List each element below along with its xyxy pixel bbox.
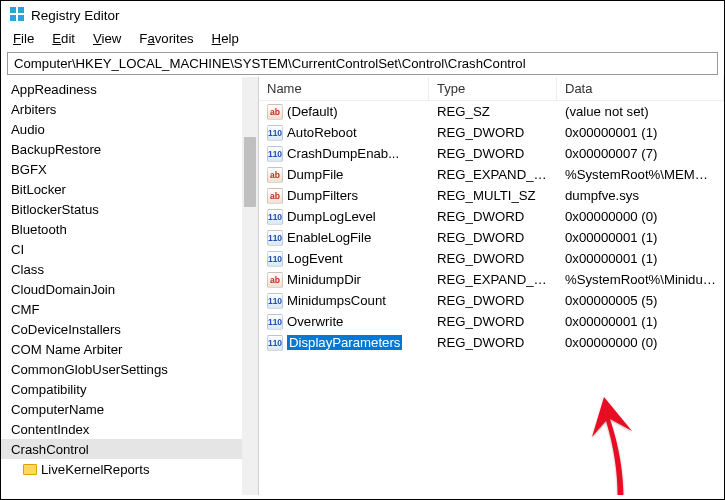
value-data: %SystemRoot%\MEMORY.DMP bbox=[557, 166, 724, 183]
tree-item-label: Arbiters bbox=[11, 102, 56, 117]
list-row[interactable]: 110CrashDumpEnab...REG_DWORD0x00000007 (… bbox=[259, 143, 724, 164]
value-type: REG_DWORD bbox=[429, 313, 557, 330]
value-data: 0x00000000 (0) bbox=[557, 334, 724, 351]
string-value-icon: ab bbox=[267, 272, 283, 288]
binary-value-icon: 110 bbox=[267, 125, 283, 141]
tree-item-class[interactable]: Class bbox=[1, 259, 258, 279]
tree-item-livekernelreports[interactable]: LiveKernelReports bbox=[1, 459, 258, 479]
col-header-name[interactable]: Name bbox=[259, 77, 429, 101]
list-row[interactable]: 110EnableLogFileREG_DWORD0x00000001 (1) bbox=[259, 227, 724, 248]
value-name: (Default) bbox=[287, 104, 338, 119]
menu-edit[interactable]: Edit bbox=[52, 31, 75, 46]
tree-item-contentindex[interactable]: ContentIndex bbox=[1, 419, 258, 439]
value-type: REG_EXPAND_SZ bbox=[429, 271, 557, 288]
value-name: DumpLogLevel bbox=[287, 209, 376, 224]
menu-view[interactable]: View bbox=[93, 31, 121, 46]
tree-panel[interactable]: AppReadinessArbitersAudioBackupRestoreBG… bbox=[1, 77, 259, 495]
titlebar: Registry Editor bbox=[1, 1, 724, 29]
list-row[interactable]: abDumpFiltersREG_MULTI_SZdumpfve.sys bbox=[259, 185, 724, 206]
value-data: 0x00000000 (0) bbox=[557, 208, 724, 225]
svg-rect-0 bbox=[10, 7, 16, 13]
value-data: dumpfve.sys bbox=[557, 187, 724, 204]
tree-item-label: CoDeviceInstallers bbox=[11, 322, 121, 337]
value-name: DisplayParameters bbox=[287, 335, 402, 350]
menu-file[interactable]: File bbox=[13, 31, 34, 46]
binary-value-icon: 110 bbox=[267, 293, 283, 309]
list-row[interactable]: abMinidumpDirREG_EXPAND_SZ%SystemRoot%\M… bbox=[259, 269, 724, 290]
value-data: 0x00000001 (1) bbox=[557, 124, 724, 141]
tree-item-com-name-arbiter[interactable]: COM Name Arbiter bbox=[1, 339, 258, 359]
tree-item-audio[interactable]: Audio bbox=[1, 119, 258, 139]
tree-item-computername[interactable]: ComputerName bbox=[1, 399, 258, 419]
tree-item-bitlockerstatus[interactable]: BitlockerStatus bbox=[1, 199, 258, 219]
tree-item-label: CI bbox=[11, 242, 24, 257]
tree-item-bluetooth[interactable]: Bluetooth bbox=[1, 219, 258, 239]
value-name: DumpFilters bbox=[287, 188, 358, 203]
list-row[interactable]: 110DisplayParametersREG_DWORD0x00000000 … bbox=[259, 332, 724, 353]
list-row[interactable]: 110AutoRebootREG_DWORD0x00000001 (1) bbox=[259, 122, 724, 143]
app-icon bbox=[9, 6, 25, 25]
tree-scrollbar[interactable] bbox=[242, 77, 258, 495]
binary-value-icon: 110 bbox=[267, 314, 283, 330]
tree-item-bgfx[interactable]: BGFX bbox=[1, 159, 258, 179]
col-header-data[interactable]: Data bbox=[557, 77, 724, 101]
value-type: REG_MULTI_SZ bbox=[429, 187, 557, 204]
string-value-icon: ab bbox=[267, 188, 283, 204]
value-type: REG_DWORD bbox=[429, 292, 557, 309]
svg-rect-2 bbox=[10, 15, 16, 21]
tree-item-label: CloudDomainJoin bbox=[11, 282, 115, 297]
value-name: AutoReboot bbox=[287, 125, 357, 140]
string-value-icon: ab bbox=[267, 104, 283, 120]
tree-item-clouddomainjoin[interactable]: CloudDomainJoin bbox=[1, 279, 258, 299]
binary-value-icon: 110 bbox=[267, 146, 283, 162]
tree-item-label: BGFX bbox=[11, 162, 47, 177]
value-name: MinidumpDir bbox=[287, 272, 361, 287]
value-type: REG_DWORD bbox=[429, 229, 557, 246]
binary-value-icon: 110 bbox=[267, 209, 283, 225]
list-row[interactable]: 110MinidumpsCountREG_DWORD0x00000005 (5) bbox=[259, 290, 724, 311]
value-data: 0x00000007 (7) bbox=[557, 145, 724, 162]
menu-favorites[interactable]: Favorites bbox=[139, 31, 193, 46]
tree-item-codeviceinstallers[interactable]: CoDeviceInstallers bbox=[1, 319, 258, 339]
value-name: CrashDumpEnab... bbox=[287, 146, 399, 161]
value-data: 0x00000005 (5) bbox=[557, 292, 724, 309]
tree-item-label: ContentIndex bbox=[11, 422, 89, 437]
binary-value-icon: 110 bbox=[267, 230, 283, 246]
tree-item-commonglobusersettings[interactable]: CommonGlobUserSettings bbox=[1, 359, 258, 379]
col-header-type[interactable]: Type bbox=[429, 77, 557, 101]
list-row[interactable]: 110OverwriteREG_DWORD0x00000001 (1) bbox=[259, 311, 724, 332]
svg-rect-3 bbox=[18, 15, 24, 21]
value-data: 0x00000001 (1) bbox=[557, 313, 724, 330]
list-row[interactable]: 110LogEventREG_DWORD0x00000001 (1) bbox=[259, 248, 724, 269]
folder-icon bbox=[23, 464, 37, 475]
tree-item-arbiters[interactable]: Arbiters bbox=[1, 99, 258, 119]
value-name: LogEvent bbox=[287, 251, 343, 266]
tree-item-label: LiveKernelReports bbox=[41, 462, 150, 477]
tree-item-appreadiness[interactable]: AppReadiness bbox=[1, 79, 258, 99]
tree-item-ci[interactable]: CI bbox=[1, 239, 258, 259]
tree-item-bitlocker[interactable]: BitLocker bbox=[1, 179, 258, 199]
tree-item-compatibility[interactable]: Compatibility bbox=[1, 379, 258, 399]
tree-item-label: BitlockerStatus bbox=[11, 202, 99, 217]
address-bar[interactable]: Computer\HKEY_LOCAL_MACHINE\SYSTEM\Curre… bbox=[7, 52, 718, 75]
value-type: REG_DWORD bbox=[429, 250, 557, 267]
value-type: REG_DWORD bbox=[429, 334, 557, 351]
binary-value-icon: 110 bbox=[267, 335, 283, 351]
list-row[interactable]: 110DumpLogLevelREG_DWORD0x00000000 (0) bbox=[259, 206, 724, 227]
tree-item-cmf[interactable]: CMF bbox=[1, 299, 258, 319]
app-title: Registry Editor bbox=[31, 8, 120, 23]
value-name: DumpFile bbox=[287, 167, 343, 182]
value-type: REG_EXPAND_SZ bbox=[429, 166, 557, 183]
tree-item-label: AppReadiness bbox=[11, 82, 97, 97]
tree-item-crashcontrol[interactable]: CrashControl bbox=[1, 439, 258, 459]
svg-rect-1 bbox=[18, 7, 24, 13]
menu-help[interactable]: Help bbox=[212, 31, 239, 46]
tree-item-backuprestore[interactable]: BackupRestore bbox=[1, 139, 258, 159]
list-row[interactable]: abDumpFileREG_EXPAND_SZ%SystemRoot%\MEMO… bbox=[259, 164, 724, 185]
list-row[interactable]: ab(Default)REG_SZ(value not set) bbox=[259, 101, 724, 122]
list-panel[interactable]: Name Type Data ab(Default)REG_SZ(value n… bbox=[259, 77, 724, 495]
scrollbar-thumb[interactable] bbox=[244, 137, 256, 207]
value-type: REG_DWORD bbox=[429, 124, 557, 141]
tree-item-label: Bluetooth bbox=[11, 222, 67, 237]
value-data: 0x00000001 (1) bbox=[557, 229, 724, 246]
